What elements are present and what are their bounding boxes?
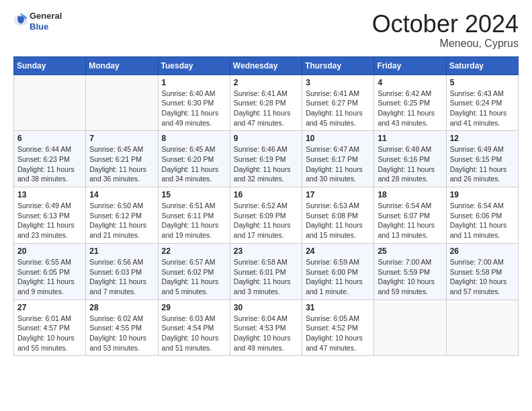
daylight-text: Daylight: 11 hours and 36 minutes. — [89, 165, 154, 184]
table-row: 3 Sunrise: 6:41 AM Sunset: 6:27 PM Dayli… — [302, 75, 374, 131]
calendar-title: October 2024 — [372, 11, 519, 38]
table-row — [14, 75, 86, 131]
day-number: 1 — [162, 78, 226, 87]
sunrise-text: Sunrise: 6:49 AM — [450, 144, 515, 154]
day-number: 17 — [306, 190, 370, 199]
col-tuesday: Tuesday — [158, 56, 230, 75]
day-number: 27 — [17, 303, 82, 312]
day-number: 18 — [378, 190, 442, 199]
sunrise-text: Sunrise: 6:54 AM — [378, 201, 442, 211]
day-detail: Sunrise: 6:54 AM Sunset: 6:06 PM Dayligh… — [450, 201, 515, 240]
table-row — [446, 300, 518, 356]
table-row: 17 Sunrise: 6:53 AM Sunset: 6:08 PM Dayl… — [302, 187, 374, 244]
day-detail: Sunrise: 6:43 AM Sunset: 6:24 PM Dayligh… — [450, 89, 515, 128]
sunset-text: Sunset: 6:24 PM — [450, 98, 515, 108]
daylight-text: Daylight: 11 hours and 43 minutes. — [378, 108, 442, 128]
day-detail: Sunrise: 6:45 AM Sunset: 6:21 PM Dayligh… — [89, 144, 154, 184]
sunset-text: Sunset: 6:03 PM — [89, 267, 154, 277]
day-detail: Sunrise: 6:55 AM Sunset: 6:05 PM Dayligh… — [17, 257, 82, 297]
logo: General Blue — [13, 11, 62, 32]
daylight-text: Daylight: 11 hours and 45 minutes. — [306, 108, 370, 128]
table-row: 10 Sunrise: 6:47 AM Sunset: 6:17 PM Dayl… — [302, 131, 374, 187]
sunrise-text: Sunrise: 6:55 AM — [17, 257, 82, 267]
sunset-text: Sunset: 6:13 PM — [17, 211, 82, 221]
sunset-text: Sunset: 6:21 PM — [89, 154, 154, 165]
daylight-text: Daylight: 11 hours and 9 minutes. — [17, 277, 82, 296]
sunset-text: Sunset: 6:11 PM — [162, 211, 226, 221]
calendar-week-row: 27 Sunrise: 6:01 AM Sunset: 4:57 PM Dayl… — [14, 300, 519, 356]
daylight-text: Daylight: 11 hours and 13 minutes. — [378, 220, 442, 240]
table-row: 15 Sunrise: 6:51 AM Sunset: 6:11 PM Dayl… — [158, 187, 230, 244]
sunset-text: Sunset: 6:09 PM — [234, 211, 298, 221]
daylight-text: Daylight: 11 hours and 38 minutes. — [17, 165, 82, 184]
day-number: 20 — [17, 246, 82, 256]
daylight-text: Daylight: 11 hours and 17 minutes. — [234, 220, 298, 240]
day-detail: Sunrise: 6:56 AM Sunset: 6:03 PM Dayligh… — [89, 257, 154, 297]
table-row: 19 Sunrise: 6:54 AM Sunset: 6:06 PM Dayl… — [446, 187, 518, 244]
sunset-text: Sunset: 4:55 PM — [89, 323, 154, 333]
calendar-table: Sunday Monday Tuesday Wednesday Thursday… — [13, 56, 519, 357]
day-detail: Sunrise: 6:53 AM Sunset: 6:08 PM Dayligh… — [306, 201, 370, 240]
table-row: 8 Sunrise: 6:45 AM Sunset: 6:20 PM Dayli… — [158, 131, 230, 187]
sunrise-text: Sunrise: 6:01 AM — [17, 314, 82, 324]
sunrise-text: Sunrise: 6:02 AM — [89, 314, 154, 324]
day-detail: Sunrise: 6:52 AM Sunset: 6:09 PM Dayligh… — [234, 201, 298, 240]
table-row — [374, 300, 446, 356]
sunrise-text: Sunrise: 6:56 AM — [89, 257, 154, 267]
sunrise-text: Sunrise: 6:46 AM — [234, 144, 298, 154]
sunrise-text: Sunrise: 6:59 AM — [306, 257, 370, 267]
day-detail: Sunrise: 6:49 AM Sunset: 6:13 PM Dayligh… — [17, 201, 82, 240]
daylight-text: Daylight: 11 hours and 21 minutes. — [89, 220, 154, 240]
daylight-text: Daylight: 10 hours and 59 minutes. — [378, 277, 442, 296]
day-number: 31 — [306, 303, 370, 312]
col-monday: Monday — [86, 56, 158, 75]
table-row: 26 Sunrise: 7:00 AM Sunset: 5:58 PM Dayl… — [446, 243, 518, 300]
day-number: 28 — [89, 303, 154, 312]
sunrise-text: Sunrise: 6:45 AM — [89, 144, 154, 154]
day-number: 15 — [162, 190, 226, 199]
table-row: 9 Sunrise: 6:46 AM Sunset: 6:19 PM Dayli… — [230, 131, 302, 187]
day-detail: Sunrise: 7:00 AM Sunset: 5:58 PM Dayligh… — [450, 257, 515, 297]
table-row: 28 Sunrise: 6:02 AM Sunset: 4:55 PM Dayl… — [86, 300, 158, 356]
day-number: 10 — [306, 134, 370, 143]
daylight-text: Daylight: 11 hours and 47 minutes. — [234, 108, 298, 128]
table-row: 23 Sunrise: 6:58 AM Sunset: 6:01 PM Dayl… — [230, 243, 302, 300]
day-number: 8 — [162, 134, 226, 143]
sunrise-text: Sunrise: 6:04 AM — [234, 314, 298, 324]
daylight-text: Daylight: 10 hours and 57 minutes. — [450, 277, 515, 296]
daylight-text: Daylight: 10 hours and 51 minutes. — [162, 333, 226, 353]
sunrise-text: Sunrise: 6:52 AM — [234, 201, 298, 211]
sunset-text: Sunset: 6:08 PM — [306, 211, 370, 221]
sunrise-text: Sunrise: 6:41 AM — [306, 89, 370, 99]
sunrise-text: Sunrise: 6:49 AM — [17, 201, 82, 211]
day-detail: Sunrise: 6:47 AM Sunset: 6:17 PM Dayligh… — [306, 144, 370, 184]
day-detail: Sunrise: 6:01 AM Sunset: 4:57 PM Dayligh… — [17, 314, 82, 353]
daylight-text: Daylight: 10 hours and 55 minutes. — [17, 333, 82, 353]
sunrise-text: Sunrise: 6:45 AM — [162, 144, 226, 154]
daylight-text: Daylight: 11 hours and 41 minutes. — [450, 108, 515, 128]
day-number: 24 — [306, 246, 370, 256]
sunset-text: Sunset: 6:30 PM — [162, 98, 226, 108]
table-row: 27 Sunrise: 6:01 AM Sunset: 4:57 PM Dayl… — [14, 300, 86, 356]
day-number: 29 — [162, 303, 226, 312]
sunrise-text: Sunrise: 6:57 AM — [162, 257, 226, 267]
sunset-text: Sunset: 5:58 PM — [450, 267, 515, 277]
sunrise-text: Sunrise: 6:41 AM — [234, 89, 298, 99]
col-wednesday: Wednesday — [230, 56, 302, 75]
table-row — [86, 75, 158, 131]
sunset-text: Sunset: 6:15 PM — [450, 154, 515, 165]
daylight-text: Daylight: 11 hours and 3 minutes. — [234, 277, 298, 296]
day-number: 6 — [17, 134, 82, 143]
table-row: 21 Sunrise: 6:56 AM Sunset: 6:03 PM Dayl… — [86, 243, 158, 300]
table-row: 5 Sunrise: 6:43 AM Sunset: 6:24 PM Dayli… — [446, 75, 518, 131]
sunset-text: Sunset: 6:07 PM — [378, 211, 442, 221]
sunrise-text: Sunrise: 6:05 AM — [306, 314, 370, 324]
day-detail: Sunrise: 6:51 AM Sunset: 6:11 PM Dayligh… — [162, 201, 226, 240]
table-row: 16 Sunrise: 6:52 AM Sunset: 6:09 PM Dayl… — [230, 187, 302, 244]
day-number: 30 — [234, 303, 298, 312]
sunset-text: Sunset: 6:17 PM — [306, 154, 370, 165]
day-number: 2 — [234, 78, 298, 87]
sunrise-text: Sunrise: 6:58 AM — [234, 257, 298, 267]
day-detail: Sunrise: 6:54 AM Sunset: 6:07 PM Dayligh… — [378, 201, 442, 240]
daylight-text: Daylight: 11 hours and 11 minutes. — [450, 220, 515, 240]
